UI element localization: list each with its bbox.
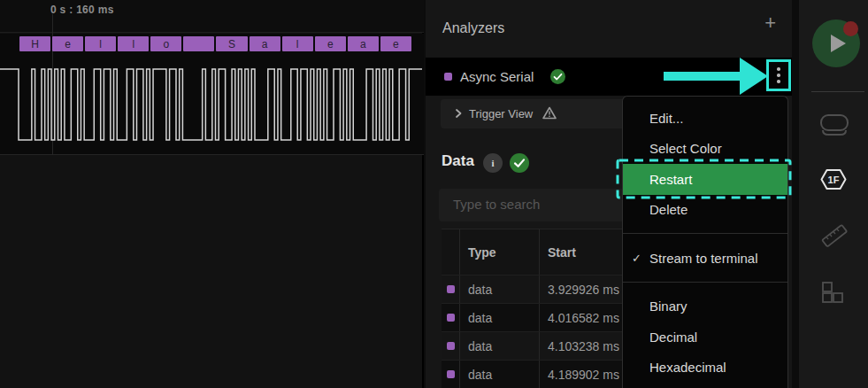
row-color-swatch xyxy=(447,342,455,350)
row-color-cell xyxy=(442,304,459,331)
row-type-cell: data xyxy=(459,361,539,388)
menu-item-label: Select Color xyxy=(649,141,722,156)
menu-divider xyxy=(623,282,787,283)
decoded-byte-box: l xyxy=(118,36,149,51)
menu-item-label: Restart xyxy=(649,172,692,187)
measurements-ruler-icon[interactable] xyxy=(819,221,849,251)
waveform-panel[interactable]: 0 s : 160 ms HelloSaleae xyxy=(0,0,424,388)
kebab-dot xyxy=(777,67,780,71)
menu-item-decimal[interactable]: Decimal xyxy=(623,322,787,353)
menu-item-binary[interactable]: Binary xyxy=(623,291,787,322)
analyzers-title: Analyzers xyxy=(442,20,504,36)
kebab-dot xyxy=(777,74,780,77)
column-header-type[interactable]: Type xyxy=(459,229,539,275)
decoded-byte-box: e xyxy=(380,36,411,51)
decoded-byte-box: o xyxy=(150,36,181,51)
hex-badge-text: 1F xyxy=(828,175,840,185)
row-color-cell xyxy=(442,361,459,388)
play-icon xyxy=(831,35,846,52)
menu-item-delete[interactable]: Delete xyxy=(623,195,787,226)
decoded-byte-box: H xyxy=(19,36,50,51)
row-color-swatch xyxy=(447,314,455,322)
decoded-byte-box: a xyxy=(250,36,280,51)
analyzer-ok-icon xyxy=(550,69,565,84)
decoded-byte-box: e xyxy=(315,36,346,51)
hex-value-icon[interactable]: 1F xyxy=(819,168,848,190)
row-color-swatch xyxy=(447,370,455,378)
menu-item-label: Binary xyxy=(649,299,687,314)
device-icon[interactable] xyxy=(819,113,849,137)
menu-item-stream-to-terminal[interactable]: ✓Stream to terminal xyxy=(623,243,787,274)
logic-analyzer-app: 0 s : 160 ms HelloSaleae Analyzers + Asy… xyxy=(0,0,868,388)
decoded-byte-box: a xyxy=(348,36,379,51)
run-capture-button[interactable] xyxy=(812,19,860,67)
data-section-title: Data xyxy=(442,152,474,170)
menu-item-label: Hexadecimal xyxy=(649,360,726,375)
menu-item-edit[interactable]: Edit... xyxy=(623,103,787,134)
row-type-cell: data xyxy=(459,332,539,360)
row-type-cell: data xyxy=(459,304,539,331)
uart-signal-trace xyxy=(0,69,422,140)
chevron-right-icon[interactable] xyxy=(452,107,465,120)
decoded-byte-box: l xyxy=(85,36,116,51)
decoded-byte-box: e xyxy=(52,36,83,51)
data-ok-icon xyxy=(510,153,529,173)
add-analyzer-button[interactable]: + xyxy=(764,13,776,33)
decoded-byte-box xyxy=(183,36,214,51)
search-placeholder: Type to search xyxy=(453,197,540,212)
record-status-dot xyxy=(843,21,858,36)
menu-item-label: Edit... xyxy=(649,111,683,126)
warning-icon xyxy=(542,106,557,120)
info-icon[interactable]: i xyxy=(483,153,503,173)
menu-item-select-color[interactable]: Select Color xyxy=(623,134,787,165)
sidebar-divider xyxy=(811,91,864,92)
menu-item-label: Stream to terminal xyxy=(649,251,758,266)
serial-waveform xyxy=(0,0,424,388)
analyzer-kebab-menu-button[interactable] xyxy=(766,59,791,91)
annotation-arrow-icon xyxy=(664,56,770,97)
analyzer-context-menu: Edit...Select ColorRestartDelete✓Stream … xyxy=(622,96,788,388)
analyzer-color-swatch[interactable] xyxy=(444,73,452,81)
decoded-byte-box: S xyxy=(216,36,247,51)
right-sidebar: 1F xyxy=(799,0,868,388)
menu-item-label: Delete xyxy=(649,202,687,217)
menu-item-hexadecimal[interactable]: Hexadecimal xyxy=(623,353,787,384)
menu-divider xyxy=(623,233,787,234)
menu-item-restart[interactable]: Restart xyxy=(623,164,787,195)
column-header-color[interactable] xyxy=(442,229,459,275)
row-type-cell: data xyxy=(459,275,539,303)
row-color-cell xyxy=(442,275,459,303)
decoded-byte-box: l xyxy=(282,36,313,51)
trigger-view-label: Trigger View xyxy=(469,107,533,120)
row-color-cell xyxy=(442,332,459,360)
row-color-swatch xyxy=(447,285,455,293)
check-icon: ✓ xyxy=(632,252,641,265)
analyzer-name: Async Serial xyxy=(460,69,534,84)
kebab-dot xyxy=(777,80,780,83)
menu-item-label: Decimal xyxy=(649,330,697,345)
extensions-blocks-icon[interactable] xyxy=(819,280,846,307)
